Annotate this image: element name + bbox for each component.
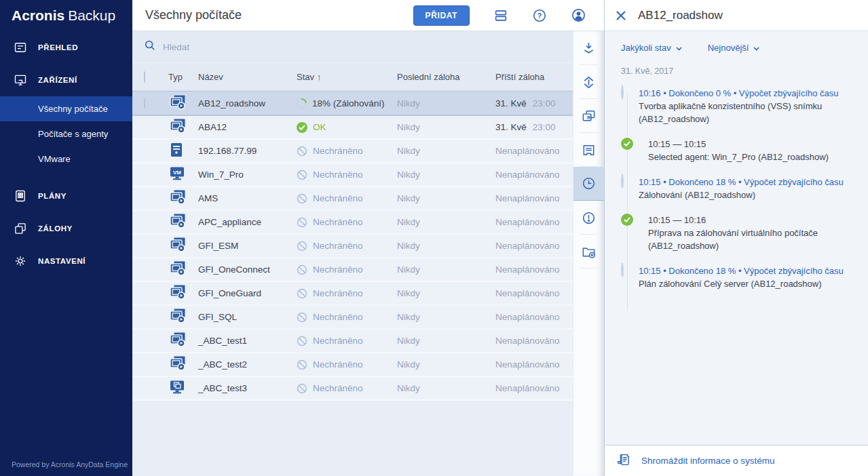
unprotected-icon — [297, 264, 307, 275]
vm-agent-icon — [168, 94, 186, 113]
server-icon — [168, 142, 185, 160]
device-status: 18% (Zálohování) — [297, 98, 397, 108]
device-status: Nechráněno — [297, 193, 397, 204]
sidebar-item-backups[interactable]: ZÁLOHY — [0, 212, 132, 245]
activity-title[interactable]: 10:16 • Dokončeno 0 % • Výpočet zbývajíc… — [639, 87, 858, 100]
status-filter-dropdown[interactable]: Jakýkoli stav — [621, 43, 682, 53]
table-row[interactable]: 192.168.77.99NechráněnoNikdyNenaplánován… — [132, 140, 573, 163]
table-row[interactable]: _ABC_test3NechráněnoNikdyNenaplánováno — [132, 377, 573, 401]
sidebar-item-label: NASTAVENÍ — [38, 257, 86, 265]
backups-icon — [13, 222, 28, 235]
table-row[interactable]: _ABC_test2NechráněnoNikdyNenaplánováno — [132, 353, 573, 377]
device-name: APC_appliance — [198, 217, 297, 227]
unprotected-icon — [297, 241, 307, 252]
unprotected-icon — [297, 336, 307, 346]
activity-entry[interactable]: 10:15 — 10:16Příprava na zálohování virt… — [621, 214, 858, 252]
unprotected-icon — [297, 312, 307, 323]
activity-entry[interactable]: 10:15 — 10:15Selected agent: Win_7_Pro (… — [621, 138, 858, 163]
table-row[interactable]: GFI_OneConnectNechráněnoNikdyNenaplánová… — [132, 258, 573, 282]
add-button[interactable]: PŘIDAT — [413, 5, 470, 26]
next-backup-value: Nenaplánováno — [495, 288, 573, 298]
last-backup-value: Nikdy — [397, 122, 495, 132]
last-backup-value: Nikdy — [397, 146, 495, 156]
next-backup-value: Nenaplánováno — [495, 359, 573, 370]
sidebar-subitem-po-ta-e-s-agenty[interactable]: Počítače s agenty — [0, 121, 132, 146]
unprotected-icon — [297, 170, 307, 180]
help-icon[interactable]: ? — [532, 8, 547, 23]
collect-system-info[interactable]: Shromáždit informace o systému — [605, 445, 868, 476]
device-name: Win_7_Pro — [198, 170, 297, 180]
activity-progress-icon — [621, 174, 624, 189]
activity-entry[interactable]: 10:15 • Dokončeno 18 % • Výpočet zbývají… — [621, 176, 858, 201]
tab-alerts[interactable] — [573, 201, 604, 235]
account-icon[interactable] — [571, 7, 586, 23]
tab-backup[interactable] — [573, 31, 604, 65]
sidebar-item-settings[interactable]: NASTAVENÍ — [0, 245, 132, 277]
table-row[interactable]: VMWin_7_ProNechráněnoNikdyNenaplánováno — [132, 163, 573, 187]
search-input[interactable] — [163, 42, 366, 52]
ok-check-icon — [297, 122, 307, 133]
column-last-backup[interactable]: Poslední záloha — [397, 72, 495, 82]
view-list-icon[interactable] — [493, 8, 508, 23]
sidebar-subitem-v-echny-po-ta-e[interactable]: Všechny počítače — [0, 96, 132, 121]
table-row[interactable]: AMSNechráněnoNikdyNenaplánováno — [132, 187, 573, 211]
column-name[interactable]: Název — [198, 72, 297, 82]
table-row[interactable]: GFI_ESMNechráněnoNikdyNenaplánováno — [132, 235, 573, 258]
column-status[interactable]: Stav↑ — [297, 72, 397, 82]
next-backup-value: Nenaplánováno — [495, 170, 573, 180]
sort-filter-dropdown[interactable]: Nejnovější — [708, 43, 760, 53]
activity-title[interactable]: 10:15 • Dokončeno 18 % • Výpočet zbývají… — [639, 176, 844, 189]
activity-entry[interactable]: 10:16 • Dokončeno 0 % • Výpočet zbývajíc… — [621, 87, 858, 125]
device-table: Typ Název Stav↑ Poslední záloha Příští z… — [132, 31, 573, 476]
sidebar-item-plans[interactable]: PLÁNY — [0, 180, 132, 212]
close-icon[interactable] — [616, 10, 626, 21]
next-backup-value: 31. Kvě23:00 — [495, 122, 573, 132]
tab-details[interactable] — [573, 133, 604, 167]
vm-agent-icon — [168, 213, 186, 231]
vm-agent-icon — [168, 118, 186, 136]
device-status: Nechráněno — [297, 241, 397, 252]
alerts-icon — [581, 210, 597, 226]
column-next-backup[interactable]: Příští záloha — [495, 72, 573, 82]
tab-replication[interactable]: R — [573, 99, 604, 133]
device-name: AB12_roadshow — [198, 98, 297, 108]
table-row[interactable]: GFI_OneGuardNechráněnoNikdyNenaplánováno — [132, 282, 573, 306]
svg-text:R: R — [587, 115, 591, 120]
table-row[interactable]: ABA12OKNikdy31. Kvě23:00 — [132, 116, 573, 140]
device-name: AMS — [198, 193, 297, 203]
last-backup-value: Nikdy — [397, 383, 495, 393]
device-status: Nechráněno — [297, 264, 397, 275]
row-checkbox[interactable] — [144, 98, 145, 109]
vm-agent-icon — [168, 284, 186, 302]
device-status: OK — [297, 122, 397, 133]
acronis-logo: Acronis Backup — [0, 0, 132, 31]
tab-activities[interactable] — [573, 167, 604, 201]
tab-new-folder[interactable] — [573, 235, 604, 269]
sidebar-subitem-vmware[interactable]: VMware — [0, 146, 132, 172]
sidebar-item-devices[interactable]: ZAŘÍZENÍ — [0, 64, 132, 96]
device-status: Nechráněno — [297, 170, 397, 180]
vm-agent-icon — [168, 237, 186, 255]
select-all-checkbox[interactable] — [144, 71, 145, 83]
table-row[interactable]: AB12_roadshow18% (Zálohování)Nikdy31. Kv… — [132, 91, 573, 116]
activity-title[interactable]: 10:15 • Dokončeno 18 % • Výpočet zbývají… — [639, 264, 844, 277]
table-row[interactable]: APC_applianceNechráněnoNikdyNenaplánován… — [132, 211, 573, 235]
activity-title: 10:15 — 10:16 — [648, 214, 858, 226]
search-bar — [132, 31, 573, 63]
last-backup-value: Nikdy — [397, 264, 495, 275]
sidebar-item-overview[interactable]: PŘEHLED — [0, 31, 132, 64]
next-backup-value: Nenaplánováno — [495, 383, 573, 393]
column-type[interactable]: Typ — [168, 72, 198, 82]
table-row[interactable]: _ABC_test1NechráněnoNikdyNenaplánováno — [132, 330, 573, 353]
device-name: GFI_OneGuard — [198, 288, 297, 298]
device-name: GFI_ESM — [198, 241, 297, 251]
unprotected-icon — [297, 359, 307, 370]
device-status: Nechráněno — [297, 146, 397, 157]
table-row[interactable]: GFI_SQLNechráněnoNikdyNenaplánováno — [132, 306, 573, 330]
activity-filters: Jakýkoli stav Nejnovější — [605, 31, 868, 56]
activities-icon — [581, 176, 597, 191]
activity-entry[interactable]: 10:15 • Dokončeno 18 % • Výpočet zbývají… — [621, 264, 858, 290]
tab-recovery[interactable] — [573, 65, 604, 99]
sidebar-item-label: PŘEHLED — [38, 43, 78, 52]
vm-agent-icon — [168, 355, 186, 374]
